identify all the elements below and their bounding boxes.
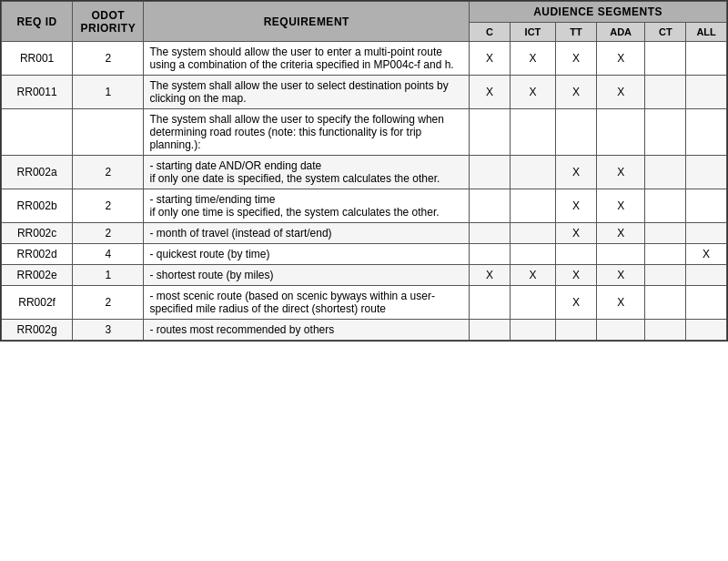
req-id-cell: RR002f xyxy=(2,286,73,320)
c-cell xyxy=(470,244,511,265)
req-id-cell: RR002c xyxy=(2,223,73,244)
ada-cell: X xyxy=(596,223,645,244)
c-cell xyxy=(470,189,511,223)
tt-cell: X xyxy=(556,156,597,189)
ct-cell xyxy=(645,320,686,341)
odot-priority-cell: 1 xyxy=(73,265,144,286)
requirement-cell: The system shall allow the user to selec… xyxy=(144,76,470,109)
col-header-audience-segments: AUDIENCE SEGMENTS xyxy=(470,2,727,23)
all-cell xyxy=(686,42,727,76)
requirement-cell: - shortest route (by miles) xyxy=(144,265,470,286)
req-id-cell: RR001 xyxy=(2,42,73,76)
ict-cell xyxy=(510,223,555,244)
col-header-odot-priority: ODOT PRIORITY xyxy=(73,2,144,42)
all-cell xyxy=(686,265,727,286)
all-cell xyxy=(686,109,727,156)
ct-cell xyxy=(645,265,686,286)
table-row: RR002b2- starting time/ending time if on… xyxy=(2,189,727,223)
req-id-cell: RR0011 xyxy=(2,76,73,109)
sub-header-ada: ADA xyxy=(596,23,645,42)
ada-cell xyxy=(596,244,645,265)
tt-cell: X xyxy=(556,76,597,109)
tt-cell xyxy=(556,244,597,265)
sub-header-all: ALL xyxy=(686,23,727,42)
tt-cell: X xyxy=(556,223,597,244)
odot-priority-cell: 2 xyxy=(73,286,144,320)
c-cell xyxy=(470,286,511,320)
odot-priority-cell: 2 xyxy=(73,223,144,244)
requirement-cell: - starting time/ending time if only one … xyxy=(144,189,470,223)
requirement-cell: The system should allow the user to ente… xyxy=(144,42,470,76)
table-row: The system shall allow the user to speci… xyxy=(2,109,727,156)
req-id-cell: RR002b xyxy=(2,189,73,223)
requirement-cell: - month of travel (instead of start/end) xyxy=(144,223,470,244)
ict-cell: X xyxy=(510,265,555,286)
requirement-cell: - quickest route (by time) xyxy=(144,244,470,265)
table-row: RR002d4- quickest route (by time)X xyxy=(2,244,727,265)
odot-priority-cell: 3 xyxy=(73,320,144,341)
ada-cell xyxy=(596,320,645,341)
ict-cell xyxy=(510,189,555,223)
tt-cell xyxy=(556,109,597,156)
c-cell xyxy=(470,109,511,156)
ada-cell: X xyxy=(596,189,645,223)
sub-header-tt: TT xyxy=(556,23,597,42)
req-id-cell: RR002g xyxy=(2,320,73,341)
ct-cell xyxy=(645,156,686,189)
requirement-cell: - most scenic route (based on scenic byw… xyxy=(144,286,470,320)
all-cell xyxy=(686,156,727,189)
odot-priority-cell: 1 xyxy=(73,76,144,109)
ict-cell xyxy=(510,109,555,156)
all-cell xyxy=(686,286,727,320)
odot-priority-cell: 2 xyxy=(73,189,144,223)
c-cell xyxy=(470,223,511,244)
c-cell xyxy=(470,320,511,341)
ada-cell xyxy=(596,109,645,156)
ct-cell xyxy=(645,109,686,156)
c-cell: X xyxy=(470,265,511,286)
req-id-cell: RR002d xyxy=(2,244,73,265)
tt-cell: X xyxy=(556,286,597,320)
ada-cell: X xyxy=(596,42,645,76)
req-id-cell xyxy=(2,109,73,156)
ada-cell: X xyxy=(596,286,645,320)
requirement-cell: The system shall allow the user to speci… xyxy=(144,109,470,156)
tt-cell: X xyxy=(556,42,597,76)
ada-cell: X xyxy=(596,156,645,189)
c-cell: X xyxy=(470,76,511,109)
table-row: RR002g3- routes most recommended by othe… xyxy=(2,320,727,341)
ct-cell xyxy=(645,189,686,223)
ada-cell: X xyxy=(596,76,645,109)
table-row: RR002e1- shortest route (by miles)XXXX xyxy=(2,265,727,286)
all-cell xyxy=(686,320,727,341)
ct-cell xyxy=(645,286,686,320)
ct-cell xyxy=(645,244,686,265)
tt-cell xyxy=(556,320,597,341)
col-header-requirement: REQUIREMENT xyxy=(144,2,470,42)
req-id-cell: RR002a xyxy=(2,156,73,189)
col-header-req-id: REQ ID xyxy=(2,2,73,42)
all-cell xyxy=(686,189,727,223)
req-id-cell: RR002e xyxy=(2,265,73,286)
ct-cell xyxy=(645,76,686,109)
requirements-table: REQ ID ODOT PRIORITY REQUIREMENT AUDIENC… xyxy=(1,1,727,341)
tt-cell: X xyxy=(556,189,597,223)
c-cell xyxy=(470,156,511,189)
requirements-table-wrapper: REQ ID ODOT PRIORITY REQUIREMENT AUDIENC… xyxy=(0,0,728,342)
odot-priority-cell: 2 xyxy=(73,42,144,76)
sub-header-c: C xyxy=(470,23,511,42)
requirement-cell: - starting date AND/OR ending date if on… xyxy=(144,156,470,189)
ict-cell xyxy=(510,244,555,265)
tt-cell: X xyxy=(556,265,597,286)
ict-cell xyxy=(510,156,555,189)
ct-cell xyxy=(645,223,686,244)
ict-cell: X xyxy=(510,76,555,109)
ict-cell: X xyxy=(510,42,555,76)
all-cell: X xyxy=(686,244,727,265)
table-row: RR002f2- most scenic route (based on sce… xyxy=(2,286,727,320)
table-row: RR002c2- month of travel (instead of sta… xyxy=(2,223,727,244)
odot-priority-cell: 2 xyxy=(73,156,144,189)
all-cell xyxy=(686,76,727,109)
ada-cell: X xyxy=(596,265,645,286)
table-row: RR002a2- starting date AND/OR ending dat… xyxy=(2,156,727,189)
